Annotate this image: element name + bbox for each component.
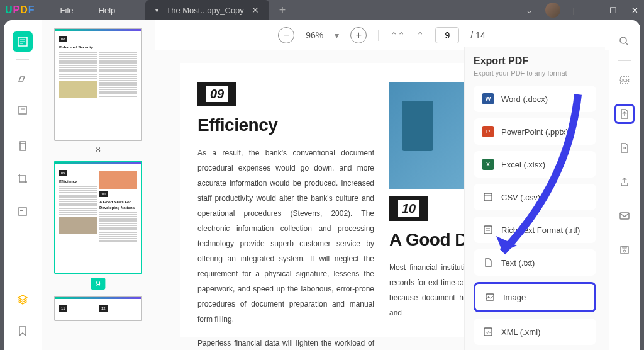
svg-rect-6	[20, 144, 26, 150]
zoom-dropdown-icon[interactable]: ▾	[335, 30, 339, 40]
svg-rect-9	[484, 193, 492, 201]
layers-button[interactable]	[13, 290, 33, 310]
export-word[interactable]: WWord (.docx)	[474, 86, 596, 112]
txt-icon	[482, 257, 494, 268]
chevron-down-icon[interactable]: ⌄	[526, 6, 533, 15]
document-toolbar: − 96% ▾ + ⌄⌄ ⌄ / 14	[155, 20, 609, 50]
svg-line-20	[626, 43, 628, 45]
export-powerpoint[interactable]: PPowerPoint (.pptx)	[474, 118, 596, 145]
highlight-button[interactable]	[13, 67, 33, 88]
word-icon: W	[482, 93, 494, 104]
reader-mode-button[interactable]	[13, 31, 33, 52]
page-total: / 14	[470, 30, 485, 40]
document-tab[interactable]: ▾ The Most...opy_Copy ✕	[145, 0, 269, 20]
thumbnail-page-9[interactable]: 09Efficiency 10A Good News For Developin…	[54, 161, 142, 290]
svg-rect-11	[484, 226, 492, 234]
copy-button[interactable]	[13, 136, 33, 156]
export-xml[interactable]: </>XML (.xml)	[474, 319, 596, 345]
svg-text:</>: </>	[486, 330, 491, 334]
svg-rect-23	[620, 213, 629, 219]
section-number: 10	[389, 196, 428, 221]
minimize-button[interactable]: —	[587, 6, 596, 14]
page-prev-button[interactable]: ⌄	[416, 30, 424, 40]
export-subtitle: Export your PDF to any format	[474, 69, 596, 77]
left-toolbar	[4, 20, 42, 350]
export-txt[interactable]: Text (.txt)	[474, 249, 596, 276]
thumbnail-page-10[interactable]: 1112	[54, 296, 142, 321]
xml-icon: </>	[482, 326, 494, 337]
share-button[interactable]	[614, 172, 635, 192]
crop-button[interactable]	[13, 169, 33, 189]
tab-title: The Most...opy_Copy	[166, 6, 244, 15]
app-logo: UPDF	[5, 4, 35, 16]
bookmark-button[interactable]	[13, 321, 33, 341]
menu-file[interactable]: File	[60, 6, 74, 15]
section-title: Efficiency	[197, 115, 374, 135]
export-title: Export PDF	[474, 55, 596, 67]
zoom-in-button[interactable]: +	[350, 27, 367, 43]
right-toolbar: OCR	[609, 20, 640, 350]
ocr-button[interactable]: OCR	[614, 70, 635, 90]
new-tab-button[interactable]: +	[279, 4, 286, 17]
svg-point-19	[620, 37, 626, 43]
page-number-input[interactable]	[435, 27, 459, 43]
section-text: As a result, the bank's conventional doc…	[197, 145, 374, 327]
email-button[interactable]	[614, 206, 635, 226]
image-icon	[484, 291, 496, 303]
section-text: Paperless financial data will lighten th…	[197, 336, 374, 350]
export-panel: Export PDF Export your PDF to any format…	[464, 47, 605, 350]
svg-rect-7	[19, 208, 26, 215]
svg-point-25	[623, 250, 626, 252]
menu-help[interactable]: Help	[99, 6, 116, 15]
close-button[interactable]: ✕	[630, 6, 639, 14]
rtf-icon	[482, 224, 494, 235]
svg-text:OCR: OCR	[619, 78, 630, 82]
powerpoint-icon: P	[482, 126, 494, 137]
export-button[interactable]	[614, 104, 635, 124]
thumbnail-label: 8	[54, 145, 142, 154]
export-rtf[interactable]: Rich Text Format (.rtf)	[474, 217, 596, 243]
export-csv[interactable]: CSV (.csv)	[474, 184, 596, 210]
svg-rect-8	[20, 210, 23, 211]
export-image[interactable]: Image	[474, 282, 596, 312]
maximize-button[interactable]: ☐	[609, 6, 618, 14]
excel-icon: X	[482, 159, 494, 170]
tab-close-icon[interactable]: ✕	[252, 5, 259, 15]
tab-dropdown-icon[interactable]: ▾	[155, 7, 158, 14]
svg-rect-26	[623, 246, 626, 248]
thumbnail-panel: 08 Enhanced Security 8 09Efficiency 10A …	[42, 20, 155, 350]
form-button[interactable]	[13, 201, 33, 222]
thumbnail-page-8[interactable]: 08 Enhanced Security 8	[54, 28, 142, 154]
search-button[interactable]	[614, 31, 635, 52]
page-up-button[interactable]: ⌄⌄	[390, 30, 405, 40]
svg-rect-4	[19, 106, 26, 114]
export-excel[interactable]: XExcel (.xlsx)	[474, 151, 596, 178]
save-button[interactable]	[614, 240, 635, 260]
thumbnail-label: 9	[91, 278, 105, 290]
csv-icon	[482, 191, 494, 203]
edit-text-button[interactable]	[13, 100, 33, 120]
zoom-out-button[interactable]: −	[278, 27, 294, 43]
zoom-level: 96%	[306, 30, 323, 40]
section-number: 09	[197, 82, 236, 106]
user-avatar[interactable]	[545, 3, 560, 18]
convert-button[interactable]	[614, 138, 635, 158]
